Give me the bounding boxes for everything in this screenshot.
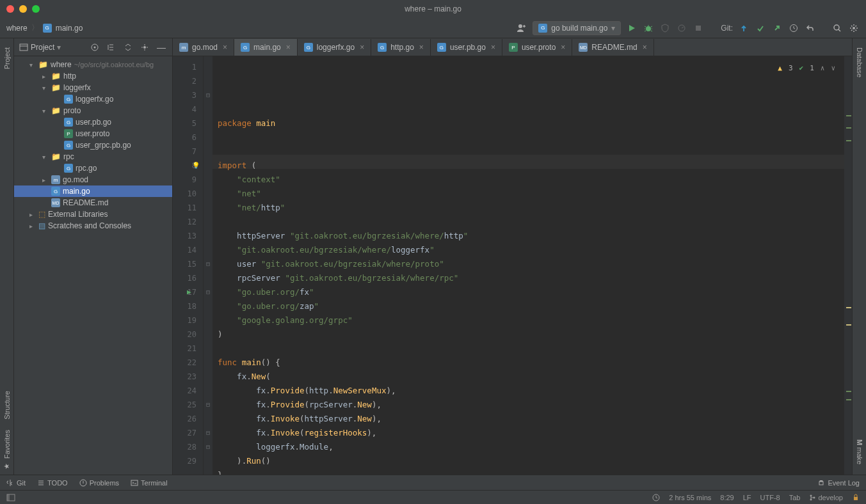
close-tab-icon[interactable]: × <box>223 43 227 52</box>
code-line[interactable]: loggerfx.Module, <box>218 440 844 454</box>
error-stripe[interactable] <box>844 56 852 475</box>
code-line[interactable] <box>218 215 844 229</box>
tree-chevron-icon[interactable]: ▾ <box>42 84 49 91</box>
fold-toggle[interactable]: ⊟ <box>204 88 212 102</box>
close-tab-icon[interactable]: × <box>491 43 495 52</box>
line-number-gutter[interactable]: 1234567891011121314151617181920212223242… <box>173 56 204 475</box>
line-number[interactable]: 19 <box>175 313 196 327</box>
line-number[interactable]: 14 <box>175 243 196 257</box>
chevron-down-icon[interactable]: ▾ <box>57 43 61 52</box>
code-line[interactable]: rpcServer "git.oakroot.eu/bgrzesiak/wher… <box>218 271 844 285</box>
fold-toggle[interactable] <box>204 229 212 243</box>
fold-toggle[interactable] <box>204 299 212 313</box>
tree-chevron-icon[interactable]: ▸ <box>29 211 36 218</box>
code-line[interactable] <box>218 145 844 159</box>
structure-tool-tab[interactable]: Structure <box>2 386 12 425</box>
project-tree[interactable]: ▾📁where ~/go/src/git.oakroot.eu/bg▸📁http… <box>14 56 172 475</box>
fold-toggle[interactable] <box>204 327 212 342</box>
code-line[interactable]: ).Run() <box>218 454 844 468</box>
stop-button[interactable] <box>693 22 704 34</box>
fold-toggle[interactable] <box>204 370 212 384</box>
tree-chevron-icon[interactable]: ▸ <box>29 223 36 230</box>
code-line[interactable]: package main <box>218 116 844 130</box>
status-line-separator[interactable]: LF <box>743 494 751 501</box>
editor-tab[interactable]: Gmain.go× <box>234 39 298 56</box>
fold-toggle[interactable] <box>204 60 212 74</box>
line-number[interactable]: 23 <box>175 370 196 384</box>
code-line[interactable]: user "git.oakroot.eu/bgrzesiak/where/pro… <box>218 257 844 271</box>
tree-chevron-icon[interactable]: ▸ <box>42 73 49 80</box>
fold-toggle[interactable] <box>204 173 212 187</box>
status-indent[interactable]: Tab <box>789 494 801 501</box>
breadcrumb-file[interactable]: main.go <box>56 24 83 33</box>
profiler-button[interactable] <box>676 22 687 34</box>
fold-toggle[interactable] <box>204 384 212 398</box>
fold-toggle[interactable] <box>204 130 212 145</box>
line-number[interactable]: 11 <box>175 201 196 215</box>
status-branch[interactable]: develop <box>809 494 843 501</box>
line-number[interactable]: 16 <box>175 271 196 285</box>
run-button[interactable] <box>626 22 637 34</box>
tree-node[interactable]: ▸▤Scratches and Consoles <box>14 220 172 232</box>
line-number[interactable]: 4 <box>175 102 196 116</box>
database-tool-tab[interactable]: Database <box>854 42 865 83</box>
terminal-tool-button[interactable]: Terminal <box>131 479 168 487</box>
favorites-tool-tab[interactable]: ★ Favorites <box>1 425 12 475</box>
tree-node[interactable]: Puser.proto <box>14 128 172 139</box>
fold-toggle[interactable]: ⊟ <box>204 257 212 271</box>
code-line[interactable]: fx.Invoke(httpServer.New), <box>218 412 844 426</box>
code-line[interactable]: } <box>218 468 844 475</box>
collapse-all-icon[interactable] <box>122 42 134 53</box>
stripe-marker[interactable] <box>846 324 851 326</box>
line-number[interactable]: 28 <box>175 440 196 454</box>
close-tab-icon[interactable]: × <box>419 43 424 52</box>
stripe-marker[interactable] <box>846 391 851 392</box>
fold-toggle[interactable] <box>204 412 212 426</box>
toolwindows-button[interactable] <box>6 493 15 502</box>
git-tool-button[interactable]: Git <box>6 479 26 487</box>
editor-tab[interactable]: Puser.proto× <box>502 39 572 56</box>
code-line[interactable]: ) <box>218 327 844 342</box>
close-tab-icon[interactable]: × <box>286 43 291 52</box>
vcs-rollback-icon[interactable] <box>805 22 816 34</box>
line-number[interactable]: 24 <box>175 384 196 398</box>
code-line[interactable] <box>218 342 844 356</box>
fold-toggle[interactable] <box>204 187 212 201</box>
code-line[interactable]: fx.New( <box>218 370 844 384</box>
run-configuration-selector[interactable]: G go build main.go ▾ <box>533 21 621 35</box>
code-line[interactable]: "net" <box>218 187 844 201</box>
line-number[interactable]: 6 <box>175 130 196 145</box>
stripe-marker[interactable] <box>846 115 851 116</box>
settings-icon[interactable] <box>848 22 860 34</box>
fold-toggle[interactable] <box>204 145 212 159</box>
line-number[interactable]: 2 <box>175 74 196 88</box>
code-content[interactable]: ▲ 3 ✔ 1 ∧ ∨ package mainimport ( "contex… <box>212 56 844 475</box>
fold-toggle[interactable] <box>204 271 212 285</box>
tree-node[interactable]: ▸⬚External Libraries <box>14 209 172 220</box>
vcs-push-icon[interactable] <box>771 22 783 34</box>
coverage-button[interactable] <box>659 22 671 34</box>
line-number[interactable]: 22 <box>175 356 196 370</box>
code-line[interactable]: "go.uber.org/zap" <box>218 299 844 313</box>
code-line[interactable]: fx.Provide(http.NewServeMux), <box>218 384 844 398</box>
status-lock-icon[interactable] <box>852 494 860 501</box>
event-log-button[interactable]: Event Log <box>817 479 860 487</box>
code-line[interactable] <box>218 130 844 145</box>
fold-toggle[interactable] <box>204 215 212 229</box>
fold-toggle[interactable] <box>204 356 212 370</box>
fold-toggle[interactable]: ⊟ <box>204 398 212 412</box>
line-number[interactable]: 26 <box>175 412 196 426</box>
tree-chevron-icon[interactable]: ▾ <box>42 154 49 161</box>
code-line[interactable]: httpServer "git.oakroot.eu/bgrzesiak/whe… <box>218 229 844 243</box>
hide-sidebar-icon[interactable]: — <box>156 42 167 53</box>
tree-node[interactable]: Gloggerfx.go <box>14 93 172 105</box>
line-number[interactable]: 12 <box>175 215 196 229</box>
breadcrumb[interactable]: where 〉 G main.go <box>6 22 83 33</box>
fold-toggle[interactable]: ▶⊟ <box>204 285 212 299</box>
breadcrumb-project[interactable]: where <box>6 24 28 33</box>
project-tool-tab[interactable]: Project <box>2 42 12 74</box>
line-number[interactable]: 21 <box>175 342 196 356</box>
code-line[interactable]: fx.Invoke(registerHooks), <box>218 426 844 440</box>
close-tab-icon[interactable]: × <box>360 43 364 52</box>
line-number[interactable]: 5 <box>175 116 196 130</box>
